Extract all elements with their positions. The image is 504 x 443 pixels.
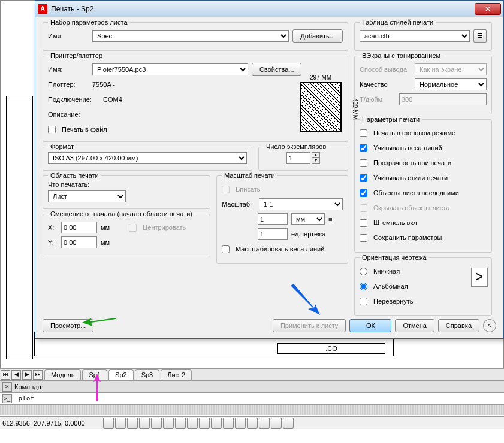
cmd-close-icon[interactable]: ✕ (2, 382, 12, 392)
tab-sp2[interactable]: Sp2 (108, 369, 134, 380)
status-icon[interactable] (247, 418, 258, 429)
annotation-arrow-blue (288, 283, 324, 318)
printer-name-label: Имя: (48, 66, 89, 73)
tab-model[interactable]: Модель (44, 369, 81, 380)
opt-trans-label: Прозрачность при печати (373, 159, 451, 166)
y-unit: мм (101, 239, 110, 246)
cmd-label: Команда: (14, 383, 43, 390)
printer-name-select[interactable]: Ploter7550A.pc3 (92, 63, 248, 75)
styles-select[interactable]: acad.ctb (360, 30, 470, 42)
plot-area-title: Область печати (48, 172, 101, 179)
status-icon[interactable] (271, 418, 282, 429)
status-icon[interactable] (199, 418, 210, 429)
opt-save-checkbox[interactable] (360, 234, 367, 242)
opt-hide-checkbox (360, 204, 367, 212)
close-button[interactable]: ✕ (475, 3, 501, 15)
pageset-name-select[interactable]: Spec (92, 30, 289, 42)
format-select[interactable]: ISO A3 (297.00 x 420.00 мм) (48, 152, 247, 164)
cancel-button[interactable]: Отмена (395, 319, 434, 332)
orient-title: Ориентация чертежа (360, 254, 429, 261)
orientation-icon: ᐳ (471, 268, 488, 287)
opt-save-label: Сохранить параметры (373, 234, 442, 241)
method-select: Как на экране (415, 63, 487, 75)
plotter-label: Плоттер: (48, 81, 89, 88)
scale-title: Масштаб печати (222, 172, 277, 179)
x-input[interactable] (61, 222, 97, 233)
x-label: X: (48, 224, 58, 231)
scale-select[interactable]: 1:1 (259, 198, 343, 210)
status-icon[interactable] (211, 418, 222, 429)
opt-paperspace-checkbox[interactable] (360, 189, 367, 197)
paper-preview: 297 MM 420 MM (300, 74, 342, 133)
status-icon[interactable] (223, 418, 234, 429)
status-icon[interactable] (283, 418, 294, 429)
printer-group: Принтер/плоттер Имя: Ploter7550A.pc3 Сво… (43, 56, 348, 142)
upside-label: Перевернуть (373, 298, 414, 305)
nav-last-button[interactable]: ⏭ (33, 370, 43, 380)
opt-styles-checkbox[interactable] (360, 174, 367, 182)
scale-weights-checkbox[interactable] (222, 245, 230, 253)
scale-val1-input[interactable] (258, 213, 288, 225)
copies-spinner[interactable]: ▲▼ (312, 152, 320, 164)
opt-hide-label: Скрывать объекты листа (373, 204, 449, 211)
status-icon[interactable] (259, 418, 270, 429)
scale-label: Масштаб: (222, 201, 255, 208)
status-icon[interactable] (163, 418, 174, 429)
status-icon[interactable] (235, 418, 246, 429)
landscape-radio[interactable] (360, 283, 367, 290)
status-coords: 612.9356, 207.9715, 0.0000 (2, 420, 85, 427)
nav-prev-button[interactable]: ◀ (11, 370, 21, 380)
copies-input[interactable] (286, 152, 310, 164)
quality-select[interactable]: Нормальное (415, 78, 487, 90)
connection-label: Подключение: (48, 96, 99, 103)
status-icon[interactable] (115, 418, 126, 429)
center-checkbox (129, 224, 137, 232)
opt-weights-checkbox[interactable] (360, 144, 367, 152)
opt-bg-checkbox[interactable] (360, 129, 367, 137)
opt-trans-checkbox[interactable] (360, 159, 367, 167)
upside-checkbox[interactable] (360, 298, 367, 305)
status-bar: 612.9356, 207.9715, 0.0000 (0, 416, 504, 429)
portrait-label: Книжная (373, 268, 400, 275)
portrait-radio[interactable] (360, 268, 367, 275)
scale-val2-input[interactable] (258, 228, 288, 240)
styles-edit-button[interactable]: ☰ (473, 29, 487, 43)
scale-unit-select[interactable]: мм (291, 213, 325, 225)
fit-checkbox (222, 186, 230, 193)
nav-first-button[interactable]: ⏮ (1, 370, 10, 380)
printer-props-button[interactable]: Свойства... (252, 63, 301, 76)
format-group: Формат ISO A3 (297.00 x 420.00 мм) (43, 147, 252, 171)
copies-title: Число экземпляров (264, 143, 328, 150)
nav-next-button[interactable]: ▶ (22, 370, 32, 380)
status-icon[interactable] (151, 418, 162, 429)
status-icon[interactable] (175, 418, 186, 429)
ok-button[interactable]: ОК (349, 319, 391, 332)
tab-sp3[interactable]: Sp3 (135, 369, 160, 380)
annotation-arrow-green (81, 314, 117, 326)
print-to-file-checkbox[interactable] (48, 126, 56, 133)
status-icon[interactable] (127, 418, 138, 429)
cmd-prompt-icon[interactable]: >_ (2, 394, 12, 403)
styles-title: Таблица стилей печати (360, 19, 436, 26)
tab-list2[interactable]: Лист2 (161, 369, 192, 380)
help-button[interactable]: Справка (438, 319, 479, 332)
y-input[interactable] (61, 236, 97, 248)
expand-button[interactable]: < (483, 319, 496, 332)
status-icon[interactable] (139, 418, 150, 429)
cmd-input[interactable]: _plot (14, 395, 34, 402)
opt-stamp-checkbox[interactable] (360, 219, 367, 227)
equals-symbol: ≡ (328, 216, 332, 223)
cmd-grip[interactable] (0, 404, 504, 415)
status-icon[interactable] (103, 418, 114, 429)
titlebar[interactable]: A Печать - Sp2 ✕ (35, 1, 503, 17)
scale-weights-label: Масштабировать веса линий (236, 245, 324, 253)
options-group: Параметры печати Печать в фоновом режиме… (354, 119, 492, 253)
paper-shape (300, 82, 342, 132)
opt-bg-label: Печать в фоновом режиме (373, 129, 455, 136)
add-pageset-button[interactable]: Добавить... (292, 29, 343, 43)
status-icon[interactable] (187, 418, 198, 429)
status-icons (103, 418, 294, 429)
center-label: Центрировать (143, 224, 186, 231)
what-select[interactable]: Лист (48, 190, 126, 202)
format-title: Формат (48, 143, 76, 150)
